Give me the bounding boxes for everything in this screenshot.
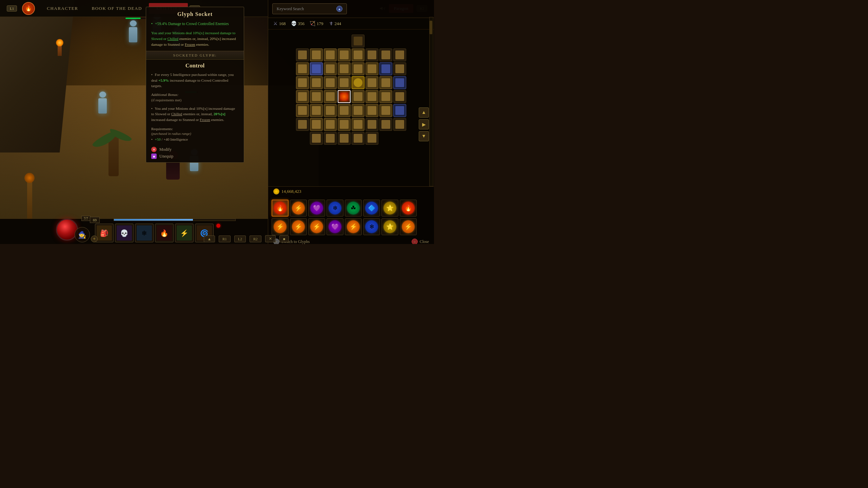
unequip-button[interactable]: ■ Unequip bbox=[151, 154, 239, 159]
board-node[interactable] bbox=[296, 48, 309, 61]
glyph-slot-2[interactable]: ⚡ bbox=[290, 200, 307, 217]
board-node[interactable] bbox=[379, 76, 392, 89]
glyph-slot-14[interactable]: ❄ bbox=[363, 218, 380, 235]
stat-dex-value: 356 bbox=[298, 21, 305, 26]
board-node[interactable] bbox=[338, 76, 351, 89]
nav-book-of-dead-tab[interactable]: BOOK OF THE DEAD bbox=[85, 3, 149, 14]
hud-l2-btn[interactable]: L2 bbox=[234, 236, 246, 242]
board-node[interactable] bbox=[338, 104, 351, 117]
board-node[interactable] bbox=[324, 48, 337, 61]
board-node[interactable] bbox=[296, 62, 309, 75]
board-node[interactable] bbox=[366, 62, 378, 75]
glyph-slot-7[interactable]: ⭐ bbox=[381, 200, 398, 217]
hud-x-btn[interactable]: ✕ bbox=[265, 235, 276, 242]
board-node[interactable] bbox=[352, 104, 364, 117]
skill-slot-1[interactable]: 🎒 bbox=[95, 224, 114, 242]
board-node[interactable] bbox=[393, 76, 406, 89]
board-node[interactable] bbox=[352, 90, 364, 103]
board-nav-right[interactable]: ▶ bbox=[419, 119, 429, 129]
board-node[interactable] bbox=[338, 118, 351, 131]
hud-square-btn[interactable]: ■ bbox=[279, 236, 289, 242]
board-node[interactable] bbox=[310, 76, 323, 89]
nav-character-tab[interactable]: CHARACTER bbox=[40, 3, 85, 14]
glyph-slot-3[interactable]: 💜 bbox=[308, 200, 325, 217]
close-btn[interactable]: ○ Close bbox=[412, 239, 429, 244]
board-nav-up[interactable]: ▲ bbox=[419, 107, 429, 118]
modify-button[interactable]: ✕ Modify bbox=[151, 147, 239, 152]
skill-slot-4[interactable]: 🔥 bbox=[155, 224, 174, 242]
scroll-thumb[interactable] bbox=[430, 21, 432, 34]
board-node[interactable] bbox=[379, 118, 392, 131]
board-node[interactable] bbox=[352, 35, 364, 47]
board-node[interactable] bbox=[366, 76, 378, 89]
glyph-slot-1[interactable]: 🔥 bbox=[272, 200, 289, 217]
hud-r1-btn[interactable]: R1 bbox=[219, 236, 231, 242]
board-node bbox=[282, 132, 295, 145]
board-node[interactable] bbox=[366, 118, 378, 131]
skill-icon-3: ❄ bbox=[137, 225, 152, 241]
board-node[interactable] bbox=[352, 118, 364, 131]
glyph-slot-12[interactable]: 💜 bbox=[327, 218, 343, 235]
board-node[interactable] bbox=[393, 48, 406, 61]
board-node bbox=[282, 90, 295, 103]
hud-triangle-btn[interactable]: ▲ bbox=[204, 236, 215, 242]
glyph-slot-11[interactable]: ⚡ bbox=[308, 218, 325, 235]
health-orb bbox=[56, 219, 78, 241]
board-node[interactable] bbox=[324, 90, 337, 103]
board-node[interactable] bbox=[393, 104, 406, 117]
character-portrait[interactable]: 🧙 bbox=[75, 227, 90, 242]
glyph-slot-13[interactable]: ⚡ bbox=[345, 218, 362, 235]
board-node[interactable] bbox=[338, 48, 351, 61]
board-node[interactable] bbox=[310, 132, 323, 145]
glyph-slot-9[interactable]: ⚡ bbox=[272, 218, 289, 235]
skill-slot-2[interactable]: 💀 bbox=[115, 224, 134, 242]
board-node-socket-selected[interactable] bbox=[338, 90, 351, 103]
board-node[interactable] bbox=[352, 48, 364, 61]
board-node[interactable] bbox=[324, 62, 337, 75]
glyph-slot-16[interactable]: ⚡ bbox=[400, 218, 417, 235]
board-node[interactable] bbox=[310, 48, 323, 61]
board-node[interactable] bbox=[310, 104, 323, 117]
board-node[interactable] bbox=[379, 90, 392, 103]
l1-button[interactable]: L1 bbox=[7, 5, 17, 12]
glyph-slot-5[interactable]: ☘ bbox=[345, 200, 362, 217]
board-node[interactable] bbox=[310, 62, 323, 75]
board-node[interactable] bbox=[379, 62, 392, 75]
board-nav-down[interactable]: ▼ bbox=[419, 131, 429, 141]
keyword-search-container[interactable]: Keyword Search ▲ bbox=[272, 3, 347, 14]
board-node[interactable] bbox=[310, 90, 323, 103]
board-node[interactable] bbox=[352, 62, 364, 75]
add-skill-btn[interactable]: + bbox=[91, 236, 98, 242]
board-node[interactable] bbox=[310, 118, 323, 131]
glyph-slot-4[interactable]: ❄ bbox=[327, 200, 343, 217]
board-node[interactable] bbox=[393, 118, 406, 131]
skill-slot-3[interactable]: ❄ bbox=[135, 224, 154, 242]
scroll-bar[interactable] bbox=[429, 17, 433, 186]
glyph-slot-8[interactable]: 🔥 bbox=[400, 200, 417, 217]
glyph-slot-10[interactable]: ⚡ bbox=[290, 218, 307, 235]
board-node[interactable] bbox=[366, 48, 378, 61]
board-node[interactable] bbox=[352, 76, 364, 89]
skill-slot-5[interactable]: ⚡ bbox=[175, 224, 194, 242]
glyph-slot-6[interactable]: 🔷 bbox=[363, 200, 380, 217]
board-node[interactable] bbox=[366, 132, 378, 145]
board-node[interactable] bbox=[393, 90, 406, 103]
board-node[interactable] bbox=[393, 62, 406, 75]
board-node[interactable] bbox=[324, 76, 337, 89]
board-node[interactable] bbox=[338, 62, 351, 75]
board-node[interactable] bbox=[296, 90, 309, 103]
board-node[interactable] bbox=[352, 132, 364, 145]
board-node[interactable] bbox=[324, 104, 337, 117]
board-node[interactable] bbox=[366, 104, 378, 117]
board-node[interactable] bbox=[296, 76, 309, 89]
board-node[interactable] bbox=[324, 132, 337, 145]
board-node[interactable] bbox=[379, 48, 392, 61]
board-node[interactable] bbox=[338, 132, 351, 145]
glyph-slot-15[interactable]: ⭐ bbox=[381, 218, 398, 235]
board-node[interactable] bbox=[366, 90, 378, 103]
board-node[interactable] bbox=[324, 118, 337, 131]
board-node[interactable] bbox=[296, 118, 309, 131]
board-node[interactable] bbox=[296, 104, 309, 117]
board-node[interactable] bbox=[379, 104, 392, 117]
hud-r2-btn[interactable]: R2 bbox=[250, 236, 261, 242]
